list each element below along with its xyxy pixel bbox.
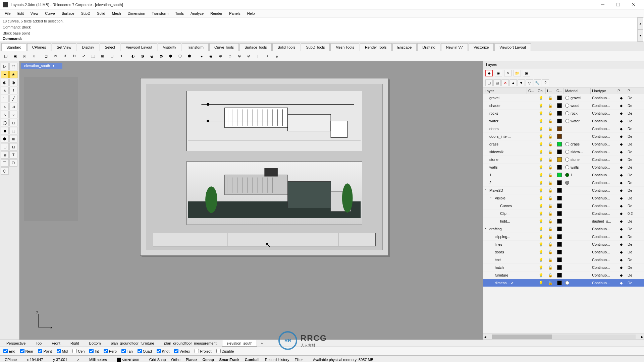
layer-linetype[interactable]: Continuo... [591, 250, 616, 254]
layer-row-curves[interactable]: Curves💡🔓Continuo...◆De [483, 202, 644, 210]
osnap-checkbox[interactable] [57, 349, 61, 353]
left-tool-4[interactable]: ◐ [1, 79, 9, 86]
layer-linetype[interactable]: Continuo... [591, 119, 616, 123]
layer-lock-icon[interactable]: 🔓 [546, 219, 555, 224]
layer-on-icon[interactable]: 💡 [536, 273, 546, 278]
toolbar-icon-0[interactable]: ▢ [1, 52, 10, 60]
layer-printcolor[interactable]: ◆ [616, 204, 626, 208]
layer-lock-icon[interactable]: 🔓 [546, 196, 555, 200]
toolbar-icon-18[interactable]: ◓ [157, 52, 166, 60]
layer-row-clipping-[interactable]: clipping...💡🔓Continuo...◆De [483, 233, 644, 241]
layer-lock-icon[interactable]: 🔓 [546, 204, 555, 208]
layer-color[interactable] [555, 103, 564, 108]
layer-printwidth[interactable]: De [626, 281, 636, 285]
layer-color[interactable] [555, 281, 564, 285]
toolbar-icon-7[interactable]: ↺ [60, 52, 69, 60]
layer-material[interactable]: 1 [564, 173, 591, 177]
left-tool-3[interactable]: ★ [9, 71, 17, 78]
layer-lock-icon[interactable]: 🔓 [546, 165, 555, 170]
layer-on-icon[interactable]: 💡 [536, 204, 546, 208]
layer-printwidth[interactable]: De [626, 158, 636, 162]
layer-on-icon[interactable]: 💡 [536, 250, 546, 254]
layer-linetype[interactable]: Continuo... [591, 196, 616, 200]
tab-visibility[interactable]: Visibility [158, 43, 181, 51]
command-scroll-down[interactable]: ▼ [637, 29, 643, 42]
menu-subd[interactable]: SubD [78, 10, 94, 17]
osnap-end[interactable]: End [3, 349, 15, 353]
view-tab-plan-groundfloor-measurement[interactable]: plan_groundfloor_measurement [160, 340, 221, 347]
layer-linetype[interactable]: dashed_s... [591, 219, 616, 223]
layer-color[interactable] [555, 203, 564, 208]
layer-linetype[interactable]: Continuo... [591, 127, 616, 131]
layer-row-drafting[interactable]: ˅drafting💡🔓Continuo...◆De [483, 225, 644, 233]
tab-select[interactable]: Select [100, 43, 120, 51]
layer-lock-icon[interactable]: 🔓 [546, 173, 555, 177]
left-tool-20[interactable]: ⊟ [1, 143, 9, 150]
col-color[interactable]: C... [555, 88, 564, 94]
layer-printwidth[interactable]: De [626, 111, 636, 115]
layer-row-visible[interactable]: ˅Visible💡🔓Continuo...◆De [483, 194, 644, 202]
layer-color[interactable] [555, 257, 564, 262]
osnap-checkbox[interactable] [38, 349, 42, 353]
menu-surface[interactable]: Surface [58, 10, 78, 17]
col-on[interactable]: On [536, 88, 546, 94]
layer-printwidth[interactable]: De [626, 119, 636, 123]
layer-linetype[interactable]: Continuo... [591, 227, 616, 231]
menu-dimension[interactable]: Dimension [124, 10, 149, 17]
osnap-vertex[interactable]: Vertex [174, 349, 190, 353]
layer-color[interactable] [555, 196, 564, 200]
layer-printwidth[interactable]: De [626, 96, 636, 100]
layer-printcolor[interactable]: ◆ [616, 273, 626, 278]
layer-lock-icon[interactable]: 🔓 [546, 258, 555, 262]
osnap-point[interactable]: Point [38, 349, 52, 353]
move-up-icon[interactable]: ▲ [509, 79, 517, 86]
viewport-title-tab[interactable]: elevation_south ▼ [21, 63, 62, 69]
osnap-cen[interactable]: Cen [72, 349, 85, 353]
tools-icon[interactable]: 🔧 [534, 79, 541, 86]
layer-printcolor[interactable]: ◆ [616, 258, 626, 262]
layer-row-water[interactable]: water💡🔓waterContinuo...◆De [483, 117, 644, 125]
layer-lock-icon[interactable]: 🔓 [546, 212, 555, 216]
left-tool-14[interactable]: ◯ [1, 119, 9, 126]
layer-printcolor[interactable]: ◆ [616, 188, 626, 193]
layer-printwidth[interactable]: De [626, 273, 636, 277]
properties-tab-icon[interactable]: ◉ [495, 70, 502, 76]
command-input[interactable] [23, 36, 641, 41]
layer-printcolor[interactable]: ◆ [616, 96, 626, 100]
layer-printcolor[interactable]: ◆ [616, 142, 626, 146]
layer-printwidth[interactable]: De [626, 104, 636, 108]
col-layer[interactable]: Layer [483, 88, 527, 94]
folder-tab-icon[interactable]: 📁 [514, 70, 521, 76]
toolbar-icon-20[interactable]: ⬡ [176, 52, 184, 60]
layer-printwidth[interactable]: De [626, 227, 636, 231]
layer-row-text[interactable]: text💡🔓Continuo...◆De [483, 256, 644, 264]
toolbar-icon-6[interactable]: ⧉ [51, 52, 60, 60]
layer-printcolor[interactable]: ◆ [616, 196, 626, 200]
tab-set-view[interactable]: Set View [52, 43, 76, 51]
menu-tools[interactable]: Tools [172, 10, 187, 17]
layer-material[interactable]: walls [564, 165, 591, 169]
layer-linetype[interactable]: Continuo... [591, 281, 616, 285]
layer-printwidth[interactable]: De [626, 181, 636, 185]
layer-on-icon[interactable]: 💡 [536, 111, 546, 116]
osnap-quad[interactable]: Quad [138, 349, 152, 353]
layer-row-furniture[interactable]: furniture💡🔓Continuo...◆De [483, 272, 644, 279]
col-c[interactable]: C... [527, 88, 536, 94]
layer-row-rocks[interactable]: rocks💡🔓rockContinuo...◆De [483, 110, 644, 117]
left-tool-24[interactable]: ☰ [1, 159, 9, 167]
layer-linetype[interactable]: Continuo... [591, 150, 616, 154]
layer-material[interactable]: gravel [564, 96, 591, 100]
layer-color[interactable] [555, 111, 564, 116]
left-tool-7[interactable]: ⌇ [9, 87, 17, 94]
toolbar-icon-16[interactable]: ◑ [138, 52, 147, 60]
left-tool-9[interactable]: ╱ [9, 95, 17, 102]
layer-printwidth[interactable]: De [626, 127, 636, 131]
layer-row-shader[interactable]: shader💡🔓woodContinuo...◆De [483, 102, 644, 110]
view-tab-top[interactable]: Top [31, 340, 46, 347]
status-toggle-grid-snap[interactable]: Grid Snap [147, 358, 169, 362]
layer-material[interactable]: wood [564, 104, 591, 108]
view-tab-right[interactable]: Right [66, 340, 84, 347]
layer-printwidth[interactable]: De [626, 242, 636, 246]
view-tab-elevation-south[interactable]: elevation_south [222, 340, 257, 347]
layer-printwidth[interactable]: De [626, 188, 636, 192]
